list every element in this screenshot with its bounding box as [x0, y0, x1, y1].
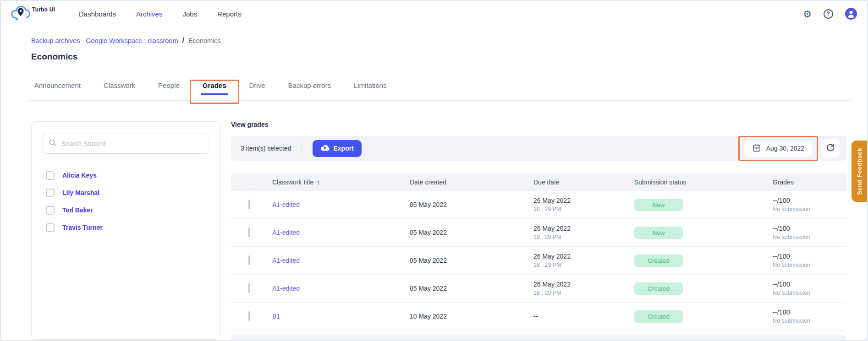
nav-item-archives[interactable]: Archives [136, 10, 163, 18]
settings-gear-icon[interactable]: ⚙ [803, 9, 812, 19]
refresh-button[interactable] [821, 139, 840, 157]
date-created-cell: 05 May 2022 [410, 201, 533, 208]
breadcrumb-link[interactable]: Backup archives - Google Workspace : cla… [31, 37, 178, 44]
row-checkbox[interactable] [248, 283, 250, 293]
student-name-link[interactable]: Ted Baker [62, 206, 93, 214]
row-checkbox[interactable] [248, 311, 250, 321]
search-student-input[interactable] [61, 140, 203, 147]
row-checkbox[interactable] [248, 227, 250, 237]
status-badge: Created [634, 282, 683, 295]
due-date-cell: -- [533, 313, 634, 320]
classwork-link[interactable]: B1 [272, 313, 280, 320]
status-badge: Created [634, 310, 683, 323]
section-title: View grades [231, 121, 846, 128]
classwork-link[interactable]: A1-edited [272, 229, 300, 236]
due-date-cell: 26 May 2022 18 : 29 PM [533, 253, 634, 268]
toolbar-divider [302, 143, 302, 154]
grades-table-header: Classwork title ↑ Date created Due date … [231, 173, 846, 191]
date-picker-wrap: Aug 30, 2022 [744, 140, 812, 157]
table-row: A1-edited 05 May 2022 26 May 2022 18 : 2… [231, 275, 846, 303]
classwork-link[interactable]: A1-edited [272, 201, 300, 208]
selected-count: 3 item(s) selected [241, 145, 291, 152]
date-created-cell: 10 May 2022 [410, 313, 533, 320]
status-badge: New [634, 199, 683, 211]
grades-cell: --/100 No submission [773, 281, 846, 296]
student-name-link[interactable]: Travis Turner [62, 224, 103, 231]
column-due-date: Due date [533, 179, 634, 186]
status-badge: Created [634, 254, 683, 267]
nav-item-reports[interactable]: Reports [217, 10, 242, 18]
date-picker-button[interactable]: Aug 30, 2022 [744, 140, 812, 157]
send-feedback-button[interactable]: Send Feedback [852, 141, 867, 202]
student-panel: Alicia Keys Lily Marshal Ted Baker Travi… [31, 121, 221, 340]
nav-actions: ⚙ ? [803, 8, 857, 20]
status-badge: New [634, 227, 683, 239]
student-name-link[interactable]: Lily Marshal [62, 189, 99, 196]
breadcrumb-current: Economics [188, 37, 221, 44]
column-classwork-title[interactable]: Classwork title ↑ [272, 179, 410, 186]
main-content: Alicia Keys Lily Marshal Ted Baker Travi… [1, 104, 867, 340]
due-date-cell: 26 May 2022 18 : 29 PM [533, 225, 634, 240]
student-list-item: Alicia Keys [46, 167, 209, 184]
tab-drive[interactable]: Drive [248, 79, 266, 100]
due-date-cell: 26 May 2022 18 : 29 PM [533, 281, 634, 296]
column-submission-status: Submission status [634, 179, 773, 186]
student-checkbox[interactable] [46, 189, 55, 197]
help-icon[interactable]: ? [824, 9, 833, 19]
nav-item-dashboards[interactable]: Dashboards [79, 10, 116, 18]
send-feedback-label: Send Feedback [856, 148, 863, 195]
export-button[interactable]: Export [313, 140, 361, 157]
date-created-cell: 05 May 2022 [410, 285, 533, 292]
tab-backup-errors[interactable]: Backup errors [287, 79, 332, 100]
table-row: A1-edited 05 May 2022 26 May 2022 18 : 2… [231, 219, 846, 247]
classwork-link[interactable]: A1-edited [272, 257, 300, 264]
main-nav: Dashboards Archives Jobs Reports [79, 10, 242, 18]
user-avatar[interactable] [845, 8, 857, 20]
date-created-cell: 05 May 2022 [410, 257, 533, 264]
top-navigation: Turbo UI Dashboards Archives Jobs Report… [1, 1, 867, 27]
brand-name: Turbo UI [32, 6, 55, 13]
student-list: Alicia Keys Lily Marshal Ted Baker Travi… [32, 167, 220, 236]
table-row: B1 10 May 2022 -- Created --/100 No subm… [231, 303, 846, 330]
student-name-link[interactable]: Alicia Keys [62, 172, 97, 179]
page-title: Economics [31, 51, 867, 62]
grades-cell: --/100 No submission [773, 253, 846, 268]
class-tabs: Announcement Classwork People Grades Dri… [27, 79, 852, 101]
nav-item-jobs[interactable]: Jobs [182, 10, 197, 18]
due-date-cell: 26 May 2022 18 : 29 PM [533, 197, 634, 212]
breadcrumb: Backup archives - Google Workspace : cla… [31, 37, 867, 45]
tab-grades[interactable]: Grades [202, 79, 227, 100]
grades-section: View grades 3 item(s) selected Export [231, 121, 846, 341]
sort-asc-icon: ↑ [317, 179, 320, 186]
column-grades: Grades [773, 179, 846, 186]
column-date-created: Date created [410, 179, 533, 186]
tab-classwork[interactable]: Classwork [103, 79, 136, 100]
student-checkbox[interactable] [46, 223, 55, 232]
student-list-item: Travis Turner [46, 219, 209, 236]
date-created-cell: 05 May 2022 [410, 229, 533, 236]
student-checkbox[interactable] [46, 206, 55, 215]
grades-cell: --/100 No submission [773, 197, 846, 212]
tab-announcement[interactable]: Announcement [33, 79, 82, 100]
tab-people[interactable]: People [157, 79, 181, 100]
student-checkbox[interactable] [46, 171, 55, 180]
student-list-item: Ted Baker [46, 201, 209, 219]
row-checkbox[interactable] [248, 255, 250, 265]
calendar-icon [752, 143, 761, 154]
cloud-upload-icon [320, 144, 330, 153]
grades-cell: --/100 No submission [773, 225, 846, 240]
grades-cell: --/100 No submission [773, 309, 846, 324]
active-tab-underline [201, 93, 228, 95]
tab-limitations[interactable]: Limitations [353, 79, 388, 100]
table-row: A1-edited 05 May 2022 26 May 2022 18 : 2… [231, 191, 846, 219]
app-window: Turbo UI Dashboards Archives Jobs Report… [0, 0, 868, 341]
next-section-header-partial [231, 335, 846, 341]
breadcrumb-separator: / [182, 37, 184, 45]
app-logo[interactable]: Turbo UI [10, 5, 64, 23]
classwork-link[interactable]: A1-edited [272, 285, 300, 292]
row-checkbox[interactable] [248, 200, 250, 209]
student-list-item: Lily Marshal [46, 184, 209, 201]
table-row: A1-edited 05 May 2022 26 May 2022 18 : 2… [231, 247, 846, 275]
cloud-pin-logo-icon [10, 5, 31, 23]
date-value: Aug 30, 2022 [766, 145, 804, 152]
